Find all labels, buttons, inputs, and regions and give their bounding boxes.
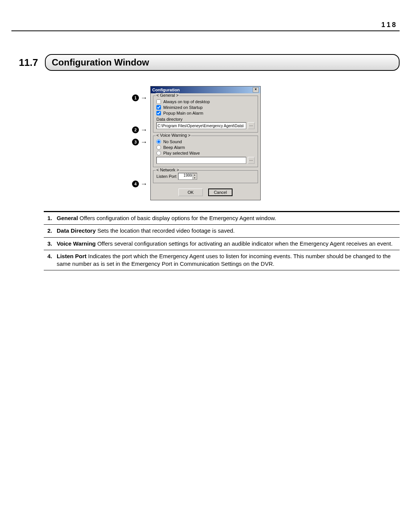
arrow-right-icon: → <box>140 126 147 133</box>
radio-no-sound[interactable]: No Sound <box>156 139 255 144</box>
radio-input[interactable] <box>156 145 161 150</box>
configuration-dialog: Configuration × < General > Always on to… <box>150 86 261 200</box>
radio-input[interactable] <box>156 139 161 144</box>
desc-text: Voice Warning Offers several configurati… <box>54 237 400 250</box>
arrow-right-icon: → <box>140 181 147 187</box>
desc-text: Listen Port Indicates the port which the… <box>54 250 400 270</box>
dialog-titlebar: Configuration × <box>151 86 260 93</box>
checkbox-minimized-startup[interactable]: Minimized on Startup <box>156 105 255 110</box>
callout-3: 3 → <box>132 139 147 145</box>
desc-number: 1. <box>44 212 54 225</box>
arrow-right-icon: → <box>140 139 147 145</box>
radio-label: Beep Alarm <box>163 145 185 150</box>
desc-number: 2. <box>44 225 54 237</box>
table-row: 1. General Offers configuration of basic… <box>44 212 400 225</box>
checkbox-input[interactable] <box>156 111 161 115</box>
table-row: 3. Voice Warning Offers several configur… <box>44 237 400 250</box>
group-network: < Network > Listen Port 1999 <box>153 170 258 183</box>
header-rule <box>11 30 400 31</box>
desc-number: 3. <box>44 237 54 250</box>
data-directory-label: Data directory <box>156 117 255 121</box>
page-number: 118 <box>11 21 400 29</box>
data-directory-input[interactable] <box>156 122 246 129</box>
desc-text: Data Directory Sets the location that re… <box>54 225 400 237</box>
group-voice-label: < Voice Warning > <box>156 133 191 137</box>
callout-2: 2 → <box>132 126 147 133</box>
ok-button[interactable]: OK <box>178 189 203 196</box>
dialog-title: Configuration <box>152 88 180 92</box>
section-number: 11.7 <box>11 57 38 69</box>
checkbox-input[interactable] <box>156 105 161 110</box>
group-voice-warning: < Voice Warning > No Sound Beep Alarm Pl… <box>153 136 258 167</box>
wave-path-input[interactable] <box>156 157 246 164</box>
cancel-button[interactable]: Cancel <box>208 189 233 196</box>
radio-beep-alarm[interactable]: Beep Alarm <box>156 145 255 150</box>
browse-wave-button[interactable]: … <box>248 157 255 164</box>
table-row: 2. Data Directory Sets the location that… <box>44 225 400 237</box>
description-table: 1. General Offers configuration of basic… <box>44 211 400 270</box>
table-row: 4. Listen Port Indicates the port which … <box>44 250 400 270</box>
checkbox-label: Popup Main on Alarm <box>163 111 203 115</box>
checkbox-popup-main[interactable]: Popup Main on Alarm <box>156 111 255 115</box>
section-title: Configuration Window <box>45 54 400 71</box>
configuration-screenshot: 1 → 2 → 3 → 4 → Configuration × <box>150 86 261 200</box>
checkbox-always-on-top[interactable]: Always on top of desktop <box>156 99 255 104</box>
arrow-right-icon: → <box>140 94 147 101</box>
checkbox-input[interactable] <box>156 99 161 104</box>
listen-port-stepper[interactable]: 1999 <box>178 173 197 180</box>
callout-bubble: 1 <box>132 94 139 101</box>
checkbox-label: Minimized on Startup <box>163 105 202 110</box>
checkbox-label: Always on top of desktop <box>163 99 210 104</box>
desc-number: 4. <box>44 250 54 270</box>
radio-input[interactable] <box>156 151 161 155</box>
callout-bubble: 2 <box>132 126 139 133</box>
desc-text: General Offers configuration of basic di… <box>54 212 400 225</box>
group-general-label: < General > <box>156 93 179 97</box>
radio-label: Play selected Wave <box>163 151 200 155</box>
browse-button[interactable]: … <box>248 122 255 129</box>
callout-4: 4 → <box>132 181 147 187</box>
callout-1: 1 → <box>132 94 147 101</box>
radio-label: No Sound <box>163 139 182 144</box>
close-icon[interactable]: × <box>253 87 259 93</box>
callout-bubble: 4 <box>132 181 139 187</box>
section-heading: 11.7 Configuration Window <box>11 54 400 71</box>
group-general: < General > Always on top of desktop Min… <box>153 96 258 133</box>
callout-bubble: 3 <box>132 139 139 145</box>
group-network-label: < Network > <box>156 168 180 172</box>
listen-port-label: Listen Port <box>156 174 177 179</box>
radio-play-wave[interactable]: Play selected Wave <box>156 151 255 155</box>
